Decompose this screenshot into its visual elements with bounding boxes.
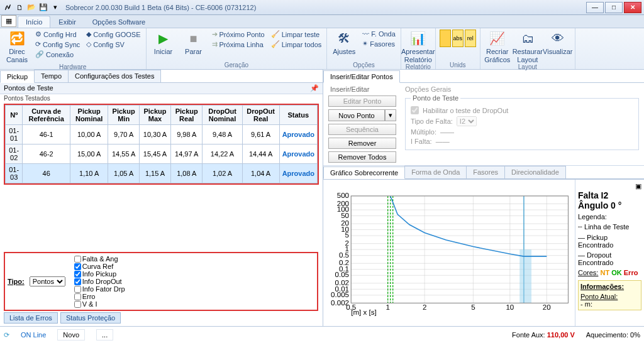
goose-icon: ◆ [86,30,91,38]
remover-button[interactable]: Remover [328,138,396,149]
table-row[interactable]: 01-0146-110,00 A9,70 A10,30 A9,98 A9,48 … [6,125,318,144]
col-header: Pickup Real [171,106,203,125]
close-button[interactable]: ✕ [624,2,641,13]
sv-icon: ◇ [86,40,91,48]
col-header: Curva de Referência [23,106,70,125]
svg-text:5: 5 [345,231,349,239]
conexao-button[interactable]: 🔗Conexão [34,50,81,59]
ribbon-tabs: Início Exibir Opções Software [0,15,644,28]
tab-direcionalidade[interactable]: Direcionalidade [504,166,566,178]
ajustes-button[interactable]: 🛠Ajustes [331,30,357,55]
table-row[interactable]: 01-0246-215,00 A14,55 A15,45 A14,97 A14,… [6,144,318,164]
config-sync-button[interactable]: ⟳Config Sync [34,40,81,49]
recriar-graficos-button[interactable]: 📈RecriarGráficos [484,30,511,63]
app-icon: 🗲 [3,3,13,13]
fonda-button[interactable]: 〰F. Onda [361,30,397,38]
direc-canais-button[interactable]: 🔁 DirecCanais [4,30,30,63]
tab-lista-erros[interactable]: Lista de Erros [4,312,58,324]
minimize-button[interactable]: — [586,2,604,13]
play-icon: ▶ [155,30,172,47]
filter-checkbox[interactable] [74,301,81,308]
novo-ponto-dropdown[interactable]: ▾ [385,109,396,121]
ponto-teste-legend: Ponto de Teste [411,94,460,102]
status-bar: ⟳ ON Line Novo ... Fonte Aux: 110,00 V A… [0,326,644,343]
filter-checkbox[interactable] [74,278,81,285]
tab-status-protecao[interactable]: Status Proteção [60,312,121,324]
tab-fasores[interactable]: Fasores [466,166,505,178]
prox-ponto-button[interactable]: ➔Próximo Ponto [211,30,266,39]
overcurrent-chart: 0.512510205002001005020105210.50.20.10.0… [323,180,575,327]
dropdown-icon[interactable]: ▾ [50,3,60,13]
legend-title2: Ângulo 0 ° [578,200,641,210]
tab-inicio[interactable]: Início [18,16,50,28]
arrow-right-icon: ➔ [212,30,218,38]
panel-title: Pontos de Teste [4,84,53,92]
link-icon: 🔗 [35,50,44,58]
refresh-icon[interactable]: ⟳ [4,331,9,339]
sequencia-button: Sequência [328,124,396,135]
app-menu-button[interactable]: ▦ [1,15,16,27]
chart-expand-icon[interactable]: ▣ [578,182,641,190]
fasores-button[interactable]: ✴Fasores [361,39,397,48]
filter-checkbox[interactable] [74,271,81,278]
filter-bar: Tipo: Pontos Falta & AngCurva RefInfo Pi… [4,252,318,311]
tab-forma-onda[interactable]: Forma de Onda [404,166,467,178]
tab-inserir-editar[interactable]: Inserir/Editar Pontos [323,70,400,83]
legend-title1: Falta I2 [578,190,641,200]
unit-seg-icon[interactable] [440,30,451,47]
config-hrd-button[interactable]: ⚙Config Hrd [34,30,81,39]
swap-icon: 🔁 [8,30,26,47]
prox-linha-button[interactable]: ⇉Próxima Linha [211,40,266,49]
limpar-teste-button[interactable]: 🧹Limpar teste [270,30,323,39]
unit-rel-button[interactable]: rel [465,30,476,47]
subtab-pickup[interactable]: Pickup [0,70,35,83]
titlebar: 🗲 🗋 📂 💾 ▾ Sobrecor 2.00.030 Build 1 Beta… [0,0,644,15]
status-novo: Novo [57,329,85,340]
tipo-select[interactable]: Pontos [30,276,65,286]
maximize-button[interactable]: □ [605,2,623,13]
table-row[interactable]: 01-03461,10 A1,05 A1,15 A1,08 A1,02 A1,0… [6,164,318,183]
new-icon[interactable]: 🗋 [14,3,25,13]
insedit-legend: Inserir/Editar [328,85,371,93]
limpar-todos-button[interactable]: 🧹Limpar todos [270,40,323,49]
remover-todos-button[interactable]: Remover Todos [328,151,396,163]
restaurar-layout-button[interactable]: 🗂RestaurarLayout [514,30,541,63]
filter-checkbox[interactable] [74,256,81,263]
iniciar-button[interactable]: ▶Iniciar [150,30,177,55]
results-table: NºCurva de ReferênciaPickup NominalPicku… [5,105,318,183]
tipo-falta-select: I2 [457,116,477,126]
svg-text:0.002: 0.002 [331,299,349,307]
unit-abs-button[interactable]: abs [452,30,464,47]
tab-opcoes[interactable]: Opções Software [84,16,153,28]
chart-icon: 📈 [489,30,506,47]
subtab-tempo[interactable]: Tempo [34,70,69,82]
tab-exibir[interactable]: Exibir [50,16,84,28]
col-header: Pickup Max [139,106,170,125]
pin-icon[interactable]: 📌 [310,84,319,92]
novo-ponto-button[interactable]: Novo Ponto [328,109,385,121]
config-sv-button[interactable]: ◇Config SV [85,40,142,49]
results-table-wrapper: NºCurva de ReferênciaPickup NominalPicku… [4,104,319,185]
svg-text:500: 500 [337,192,349,199]
gear-icon: ⚙ [35,30,42,38]
filter-checkbox[interactable] [74,286,81,293]
apresentar-relatorio-button[interactable]: 📊ApresentarRelatório [405,30,431,63]
status-dots: ... [96,329,113,340]
col-header: Status [279,106,317,125]
save-icon[interactable]: 💾 [38,3,48,13]
report-icon: 📊 [409,30,427,47]
legend-header: Legenda: [578,213,641,220]
svg-text:0.5: 0.5 [339,251,349,259]
settings-icon: 🛠 [335,30,353,47]
subtab-config-testes[interactable]: Configurações dos Testes [68,70,161,82]
broom-icon: 🧹 [271,30,280,38]
parar-button[interactable]: ■Parar [180,30,207,55]
visualizar-button[interactable]: 👁Visualizar [545,30,571,55]
tab-grafico-sobrecorrente[interactable]: Gráfico Sobrecorrente [323,166,405,179]
config-goose-button[interactable]: ◆Config GOOSE [85,30,142,39]
filter-checkbox[interactable] [74,263,81,270]
filter-checkbox[interactable] [74,293,81,300]
col-header: DropOut Real [242,106,279,125]
open-icon[interactable]: 📂 [26,3,36,13]
group-geracao-label: Geração [150,62,323,69]
